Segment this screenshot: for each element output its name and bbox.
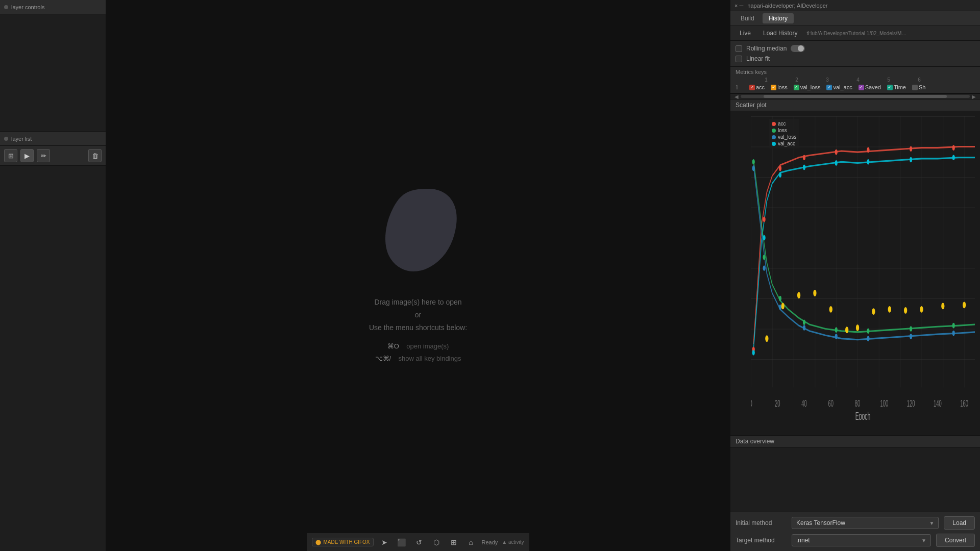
target-method-select[interactable]: .nnet ▼ (792, 534, 931, 546)
svg-point-46 (752, 350, 755, 356)
scroll-right-arrow[interactable]: ▶ (970, 94, 978, 99)
target-method-row: Target method .nnet ▼ Convert (736, 534, 975, 547)
initial-method-row: Initial method Keras TensorFlow ▼ Load (736, 516, 975, 530)
layer-controls-title: layer controls (11, 4, 44, 10)
bottom-bar: ⬤ MADE WITH GIFOX ➤ ⬛ ↺ ⬡ ⊞ ⌂ Ready ▲ ac… (307, 533, 529, 551)
target-method-value: .nnet (796, 537, 810, 544)
initial-method-label: Initial method (736, 519, 787, 527)
svg-point-51 (867, 159, 869, 165)
svg-text:100: 100 (880, 398, 888, 409)
layer-list-tools: ⊞ ▶ ✏ 🗑 (0, 146, 106, 166)
svg-point-64 (920, 306, 923, 313)
svg-point-56 (797, 292, 800, 298)
col-6: 6 (904, 77, 935, 83)
play-tool-button[interactable]: ▶ (20, 149, 34, 162)
right-panel: × ─ napari-aideveloper; AIDeveloper Buil… (730, 0, 980, 551)
metrics-title: Metrics keys (736, 69, 975, 75)
chip-acc-check: ✓ (749, 85, 755, 90)
scroll-bar-area: ◀ ▶ (730, 93, 980, 99)
svg-text:120: 120 (907, 398, 915, 409)
row-number: 1 (736, 85, 746, 90)
svg-text:20: 20 (775, 398, 780, 409)
chip-saved-check: ✓ (859, 85, 864, 90)
toggle-thumb (798, 45, 804, 52)
shortcuts-text: ⌘O open image(s) ⌥⌘/ show all key bindin… (375, 340, 461, 364)
svg-text:60: 60 (828, 398, 834, 409)
svg-point-35 (867, 328, 869, 334)
scatter-svg: 1 0.9 0.8 0.7 0.6 0.5 0.4 0.3 0.2 0.1 0 … (751, 116, 975, 420)
left-panel: layer controls layer list ⊞ ▶ ✏ 🗑 (0, 0, 106, 551)
export-icon[interactable]: ⬡ (430, 536, 443, 549)
svg-point-24 (779, 166, 781, 171)
delete-layer-button[interactable]: 🗑 (88, 149, 102, 162)
shortcut2-label: show all key bindings (399, 355, 461, 362)
live-button[interactable]: Live (734, 28, 756, 38)
svg-point-40 (779, 305, 781, 310)
svg-point-34 (835, 327, 838, 333)
rolling-median-checkbox[interactable] (736, 45, 742, 52)
svg-text:0: 0 (751, 398, 752, 409)
legend-val-loss: val_loss (778, 134, 796, 140)
svg-point-43 (867, 336, 869, 341)
grid-tool-button[interactable]: ⊞ (4, 149, 17, 162)
controls-section: Rolling median Update plot Linear fit (730, 41, 980, 67)
rolling-median-label: Rolling median (746, 45, 787, 52)
scatter-section: Scatter plot 1 0.9 0.8 0.7 (730, 99, 980, 435)
status-text: Ready (482, 539, 498, 545)
chip-acc[interactable]: ✓ acc (747, 84, 767, 91)
file-path: tHub/AIDeveloper/Tutorial 1/02_Models/M0… (806, 31, 909, 36)
chip-sh-check (912, 85, 918, 90)
chip-sh[interactable]: Sh (910, 84, 928, 91)
svg-point-28 (910, 146, 912, 152)
col-4: 4 (843, 77, 873, 83)
svg-text:Epoch: Epoch (855, 410, 871, 420)
scroll-thumb[interactable] (764, 95, 947, 98)
chip-time[interactable]: ✓ Time (885, 84, 909, 91)
svg-point-32 (779, 296, 781, 302)
history-toolbar: Live Load History tHub/AIDeveloper/Tutor… (730, 26, 980, 41)
linear-fit-checkbox[interactable] (736, 56, 742, 62)
chip-val-acc[interactable]: ✓ val_acc (824, 84, 854, 91)
scroll-left-arrow[interactable]: ◀ (732, 94, 741, 99)
chip-loss[interactable]: ✓ loss (768, 84, 790, 91)
svg-point-37 (952, 323, 955, 329)
col-2: 2 (781, 77, 812, 83)
tab-build[interactable]: Build (734, 13, 761, 23)
svg-point-65 (941, 303, 944, 310)
tab-bar: Build History (730, 11, 980, 26)
chip-saved[interactable]: ✓ Saved (856, 84, 884, 91)
right-title: napari-aideveloper; AIDeveloper (747, 3, 827, 9)
data-overview-section: Data overview (730, 435, 980, 512)
gifox-icon: ⬤ (315, 539, 321, 545)
legend-val-acc: val_acc (778, 141, 795, 146)
load-button[interactable]: Load (944, 516, 975, 530)
svg-point-42 (835, 334, 838, 339)
refresh-icon[interactable]: ↺ (412, 536, 426, 549)
svg-point-57 (813, 290, 816, 296)
layer-list-content (0, 166, 106, 551)
edit-tool-button[interactable]: ✏ (37, 149, 50, 162)
linear-fit-row: Linear fit (736, 55, 975, 62)
svg-point-47 (763, 235, 766, 241)
initial-method-select[interactable]: Keras TensorFlow ▼ (792, 517, 939, 529)
col-3: 3 (812, 77, 843, 83)
gifox-label: MADE WITH GIFOX (323, 539, 370, 545)
rolling-median-toggle[interactable] (791, 45, 805, 52)
grid-icon[interactable]: ⊞ (447, 536, 460, 549)
chip-time-label: Time (894, 84, 906, 90)
convert-button[interactable]: Convert (936, 534, 975, 547)
svg-point-29 (952, 145, 955, 151)
scroll-track[interactable] (741, 95, 970, 98)
chip-val-loss[interactable]: ✓ val_loss (791, 84, 823, 91)
canvas-area[interactable]: Drag image(s) here to open or Use the me… (106, 0, 730, 533)
home-icon[interactable]: ⌂ (464, 536, 478, 549)
svg-point-36 (910, 326, 912, 332)
svg-point-26 (835, 149, 838, 155)
tab-history[interactable]: History (763, 13, 794, 23)
svg-point-23 (763, 217, 766, 222)
svg-point-33 (803, 319, 805, 325)
svg-point-30 (752, 159, 755, 165)
load-history-button[interactable]: Load History (758, 28, 802, 38)
arrow-icon[interactable]: ➤ (378, 536, 391, 549)
square-icon[interactable]: ⬛ (395, 536, 408, 549)
